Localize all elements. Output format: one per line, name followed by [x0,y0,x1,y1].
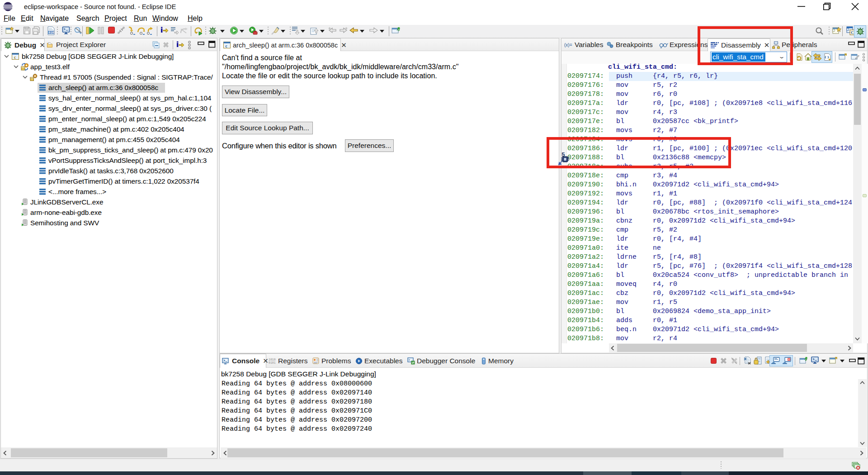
svg-text:c: c [14,55,16,60]
svg-text:1010: 1010 [269,358,276,361]
svg-text:0101: 0101 [269,361,276,364]
svg-text:010: 010 [49,31,54,34]
svg-text:C: C [851,30,854,35]
svg-text:c: c [226,43,228,48]
svg-text:(x)=: (x)= [564,43,572,48]
